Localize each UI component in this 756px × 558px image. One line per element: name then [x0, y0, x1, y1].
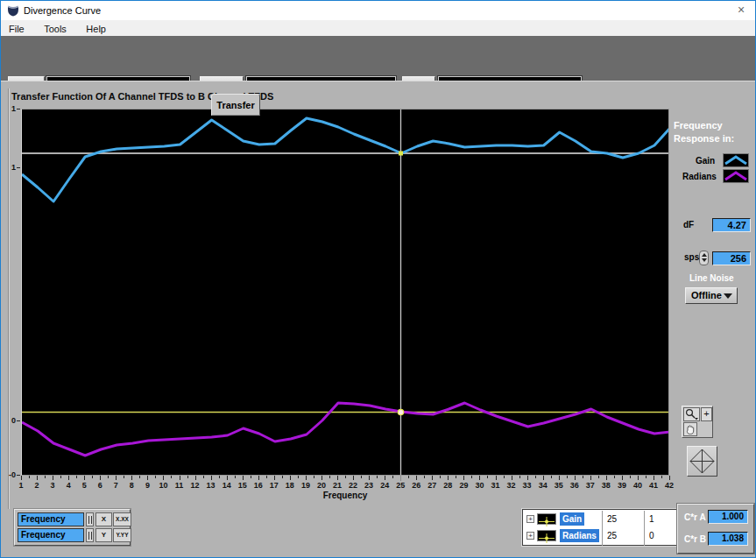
x-tick-mark [68, 476, 69, 480]
x-tick-label: 34 [539, 481, 548, 490]
x-autoscale-button[interactable]: X [95, 512, 112, 526]
x-tick-mark [306, 476, 307, 480]
x-tick-label: 38 [602, 481, 611, 490]
x-minor-tick-mark [155, 476, 156, 478]
x-tick-mark [337, 476, 338, 480]
x-tick-label: 26 [412, 481, 420, 490]
menu-help[interactable]: Help [78, 21, 114, 37]
cursor-row-radians[interactable]: + Radians 25 0 [523, 527, 679, 544]
x-minor-tick-mark [108, 476, 109, 478]
menu-file[interactable]: File [1, 21, 32, 37]
x-tick-label: 11 [175, 481, 184, 490]
x-minor-tick-mark [583, 476, 583, 478]
cr-a-value-field[interactable]: 1.000 [708, 510, 748, 524]
x-minor-tick-mark [45, 476, 46, 478]
x-tick-label: 24 [380, 481, 389, 490]
dropdown-arrow-icon [724, 293, 732, 299]
y-tick-mark [17, 420, 20, 421]
expand-icon[interactable]: + [526, 532, 534, 540]
x-minor-tick-mark [203, 476, 204, 478]
cursor-row-gain[interactable]: + Gain 25 1 [523, 511, 679, 527]
legend-radians-swatch[interactable] [723, 169, 749, 183]
freq-response-label-line2: Response in: [674, 133, 734, 144]
sps-label: sps [684, 252, 699, 262]
x-tick-mark [543, 476, 544, 480]
x-tick-mark [163, 476, 164, 480]
x-tick-label: 22 [349, 481, 357, 490]
cursor-x-value[interactable]: 25 [607, 529, 617, 542]
expand-icon[interactable]: + [526, 515, 534, 523]
x-scale-lock-icon[interactable] [86, 512, 94, 526]
x-tick-label: 12 [191, 481, 200, 490]
x-tick-label: 25 [396, 481, 405, 490]
x-minor-tick-mark [392, 476, 393, 478]
line-noise-dropdown[interactable]: Offline [685, 287, 738, 304]
x-format-button[interactable]: X.XX [113, 512, 131, 526]
y-scale-lock-icon[interactable] [86, 528, 94, 542]
legend-gain-label: Gain [696, 156, 715, 166]
crosshair-tool-button[interactable]: + [701, 407, 712, 421]
x-tick-mark [669, 476, 670, 480]
x-minor-tick-mark [456, 476, 456, 478]
x-tick-label: 30 [475, 481, 484, 490]
sps-stepper[interactable] [699, 251, 709, 265]
x-tick-mark [385, 476, 385, 480]
close-icon[interactable]: × [734, 4, 748, 18]
y-tick-label: 1 [2, 104, 16, 113]
tab-transfer[interactable]: Transfer [211, 94, 260, 116]
x-tick-mark [575, 476, 576, 480]
zoom-tool-button[interactable] [683, 407, 700, 421]
x-minor-tick-mark [298, 476, 299, 478]
x-minor-tick-mark [630, 476, 631, 478]
x-scale-name[interactable]: Frequency [18, 512, 84, 526]
x-minor-tick-mark [519, 476, 520, 478]
x-tick-mark [353, 476, 354, 480]
x-minor-tick-mark [471, 476, 472, 478]
cursor-mover-button[interactable] [687, 446, 717, 477]
x-minor-tick-mark [661, 476, 662, 478]
cursor-name[interactable]: Radians [560, 529, 599, 542]
cursor-name[interactable]: Gain [560, 512, 584, 526]
x-minor-tick-mark [440, 476, 441, 478]
x-tick-mark [37, 476, 38, 480]
cursor-y-value[interactable]: 1 [649, 512, 654, 526]
cursor-y-value[interactable]: 0 [649, 529, 654, 542]
y-tick-label: 1 [2, 163, 16, 172]
x-tick-mark [211, 476, 212, 480]
x-tick-label: 7 [114, 481, 118, 490]
menu-tools[interactable]: Tools [36, 21, 74, 37]
scale-legend: Frequency X X.XX Frequency Y Y.YY [14, 509, 131, 546]
x-tick-label: 40 [633, 481, 642, 490]
legend-gain-swatch[interactable] [723, 153, 749, 167]
x-tick-mark [290, 476, 291, 480]
stepper-down-icon[interactable] [702, 258, 707, 262]
cursor-x-value[interactable]: 25 [607, 512, 617, 526]
x-tick-label: 19 [301, 481, 310, 490]
transfer-plot-area[interactable] [21, 109, 669, 476]
x-tick-mark [274, 476, 275, 480]
y-tick-label: -0 [2, 470, 16, 479]
x-tick-mark [654, 476, 654, 480]
graph-palette: + [682, 406, 713, 438]
x-tick-mark [606, 476, 607, 480]
x-minor-tick-mark [139, 476, 140, 478]
y-autoscale-button[interactable]: Y [95, 528, 112, 542]
x-tick-label: 14 [223, 481, 231, 490]
y-format-button[interactable]: Y.YY [113, 528, 131, 542]
x-tick-mark [369, 476, 370, 480]
sps-value-field[interactable]: 256 [712, 251, 751, 265]
y-scale-name[interactable]: Frequency [18, 528, 84, 542]
df-value-field[interactable]: 4.27 [712, 218, 751, 232]
cr-b-value-field[interactable]: 1.038 [708, 532, 748, 546]
x-tick-mark [100, 476, 101, 480]
x-minor-tick-mark [345, 476, 346, 478]
stepper-up-icon[interactable] [702, 253, 707, 257]
pan-tool-button[interactable] [683, 422, 697, 436]
window-title: Divergence Curve [24, 1, 101, 20]
x-tick-mark [463, 476, 464, 480]
x-minor-tick-mark [29, 476, 30, 478]
x-tick-label: 41 [649, 481, 658, 490]
x-minor-tick-mark [551, 476, 552, 478]
cursor-line-extension [400, 476, 401, 481]
x-minor-tick-mark [329, 476, 330, 478]
